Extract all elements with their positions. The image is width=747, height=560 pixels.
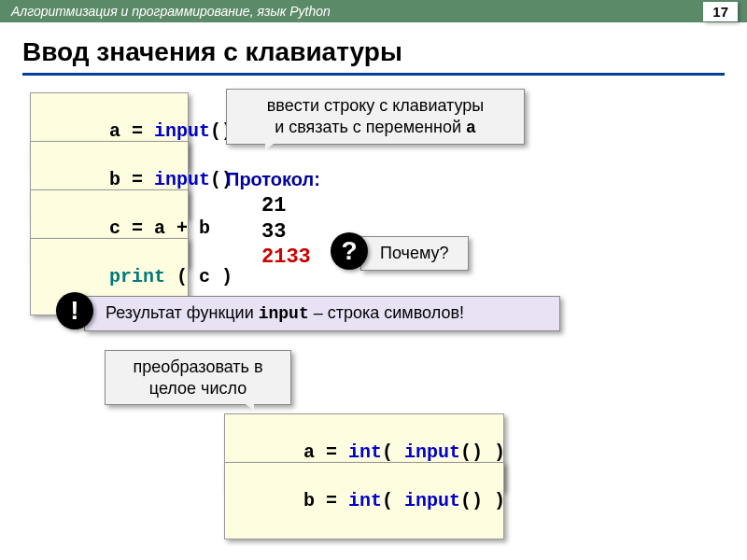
code-text: b [303,490,315,511]
code-keyword: print [109,266,165,287]
code-text: b [109,169,120,190]
protocol-line: 33 [261,219,311,245]
code-text: = [120,169,154,190]
callout-text: – строка символов! [309,303,464,322]
code-text: ) [483,441,505,463]
code-text: a [303,441,315,463]
callout-text: преобразовать в [119,357,277,378]
code-text: = [315,441,348,463]
code-keyword: input [154,120,210,142]
callout-result: Результат функции input – строка символо… [84,296,560,331]
callout-tail-icon [237,398,254,411]
protocol-values: 21 33 2133 [261,193,311,271]
breadcrumb: Алгоритмизация и программирование, язык … [11,4,331,19]
protocol-label: Протокол: [226,169,320,190]
code-keyword: int [348,490,382,511]
code-text: () [460,441,483,463]
code-text: ( [382,490,404,511]
code-text: a [109,120,120,142]
code-text: = [120,120,154,142]
callout-enter-string: ввести строку с клавиатуры и связать с п… [226,89,525,145]
callout-text: input [259,304,309,323]
protocol-line: 21 [261,193,311,219]
header-bar: Алгоритмизация и программирование, язык … [0,0,747,22]
exclamation-icon: ! [70,296,78,325]
code-keyword: input [404,490,460,511]
callout-why: Почему? [360,236,469,271]
callout-text: ввести строку с клавиатуры [240,95,511,117]
code-text: ( c ) [165,266,233,287]
question-badge: ? [331,232,368,270]
exclamation-badge: ! [56,292,93,329]
callout-text: Почему? [380,244,449,262]
callout-convert: преобразовать в целое число [105,350,291,405]
callout-text: целое число [119,378,277,399]
protocol-line: 2133 [261,245,311,271]
code-text: c = a + b [109,217,210,239]
callout-text: Результат функции [106,303,259,322]
question-icon: ? [341,236,357,265]
code-text: = [315,490,348,511]
code-box-b-int: b = int( input() ) [224,462,504,539]
content-area: a = input() b = input() c = a + b print … [22,76,725,524]
page-number: 17 [703,2,738,21]
code-text: ( [382,441,404,463]
code-text: () [460,490,483,511]
page-title: Ввод значения с клавиатуры [22,32,725,76]
callout-text: и связать с переменной a [240,117,511,139]
slide: Ввод значения с клавиатуры a = input() b… [0,22,747,524]
code-text: ) [483,490,505,511]
code-keyword: input [404,441,460,463]
code-keyword: input [154,169,210,190]
callout-tail-icon [265,137,282,150]
code-keyword: int [348,441,382,463]
